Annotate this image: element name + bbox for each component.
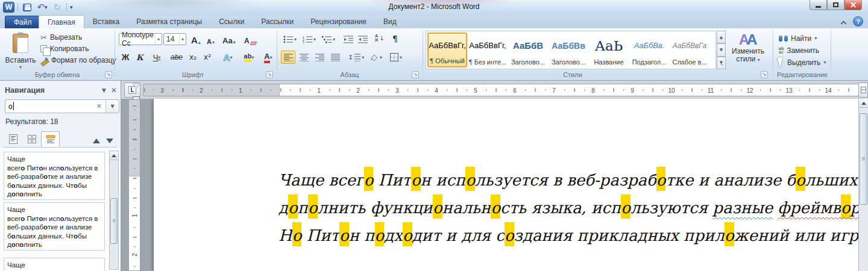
sort-button[interactable]: АЯ ↓ <box>373 31 386 45</box>
font-dialog-launcher[interactable]: ↘ <box>266 71 273 78</box>
font-name-combo[interactable]: Monotype Cc ▾ <box>119 33 162 45</box>
shading-button[interactable]: ▾ <box>368 51 384 64</box>
style-name: ¶ Обычный <box>430 57 465 64</box>
underline-button[interactable]: Ч▾ <box>148 51 166 64</box>
justify-button[interactable] <box>328 51 342 64</box>
search-result-card-2[interactable]: Чаще всего Питон используется в веб-разр… <box>4 258 105 271</box>
bold-button[interactable]: Ж <box>119 51 132 64</box>
decrease-indent-button[interactable] <box>342 33 355 46</box>
change-case-button[interactable]: Аа▾ <box>221 33 237 45</box>
styles-more-button[interactable]: ▼̲ <box>717 57 726 69</box>
italic-button[interactable]: К <box>133 51 146 64</box>
scrollbar-thumb[interactable] <box>860 113 867 205</box>
superscript-label: x² <box>204 53 211 61</box>
group-separator <box>277 31 277 78</box>
copy-button[interactable]: Копировать <box>39 43 91 54</box>
style-chip-no-spacing[interactable]: АаБбВвГг, ¶ Без инте... <box>468 33 508 67</box>
styles-dialog-launcher[interactable]: ↘ <box>761 71 768 78</box>
search-box[interactable]: о ✕ ▼ <box>5 99 119 113</box>
select-button[interactable]: Выделить ▾ <box>779 57 826 68</box>
show-paragraph-marks-button[interactable]: ¶ <box>391 32 400 45</box>
increase-indent-button[interactable] <box>356 33 370 46</box>
line-spacing-button[interactable]: ↕ ▾ <box>346 51 366 64</box>
subscript-button[interactable]: x₂ <box>186 51 200 64</box>
styles-scroll-up[interactable]: ▲ <box>717 31 726 43</box>
clear-formatting-button[interactable]: А <box>242 33 258 45</box>
numbering-button[interactable]: 123 ▾ <box>301 33 318 46</box>
multilevel-list-button[interactable]: ▾ <box>320 33 337 46</box>
first-line-indent-marker[interactable] <box>133 84 140 88</box>
ribbon-tab-2[interactable]: Разметка страницы <box>128 15 210 28</box>
ribbon-tab-6[interactable]: Вид <box>375 15 405 28</box>
replace-button[interactable]: abac Заменить <box>779 45 819 56</box>
document-line-1[interactable]: дополнить функциональность языка, исполь… <box>278 194 858 222</box>
ribbon-tab-1[interactable]: Вставка <box>84 15 128 28</box>
previous-result-button[interactable] <box>93 139 100 143</box>
ribbon-tab-3[interactable]: Ссылки <box>210 15 253 28</box>
clipboard-dialog-launcher[interactable]: ↘ <box>105 71 112 78</box>
style-chip-normal[interactable]: АаБбВвГг, ¶ Обычный <box>427 33 467 67</box>
align-left-button[interactable] <box>281 51 295 64</box>
style-chip-heading1[interactable]: АаБбВ Заголово... <box>508 33 548 67</box>
align-right-button[interactable] <box>312 51 327 64</box>
font-size-combo[interactable]: 14 ▾ <box>163 33 186 45</box>
horizontal-ruler[interactable]: 321123456789101112131415 <box>143 84 868 96</box>
change-styles-button[interactable]: AA Изменить стили ▾ <box>728 31 768 75</box>
style-chip-subtitle[interactable]: АаБбВв. Подзагол... <box>629 33 669 67</box>
borders-button[interactable]: ▾ <box>388 51 404 64</box>
strikethrough-button[interactable]: abe <box>168 51 185 64</box>
paste-button[interactable]: Вставить ▾ <box>6 31 35 76</box>
collapse-ribbon-button[interactable] <box>839 17 848 26</box>
shrink-font-button[interactable]: А▾ <box>205 33 216 45</box>
search-input[interactable]: о <box>5 102 14 111</box>
superscript-button[interactable]: x² <box>201 51 214 64</box>
styles-scroll-down[interactable]: ▼ <box>717 43 726 56</box>
search-result-card-1[interactable]: Чаще всего Питон используется в веб-разр… <box>4 202 105 251</box>
results-scrollbar[interactable] <box>109 151 119 270</box>
document-scrollbar[interactable] <box>858 99 868 271</box>
ribbon-tab-5[interactable]: Рецензирование <box>302 15 375 28</box>
bullets-button[interactable]: ▾ <box>281 33 298 46</box>
tab-file[interactable]: Файл <box>5 16 41 28</box>
document-text[interactable]: Чаще всего Питон используется в веб-разр… <box>278 166 858 249</box>
paragraph-dialog-launcher[interactable]: ↘ <box>412 71 419 78</box>
highlight-color-button[interactable]: ab▾ <box>239 51 259 64</box>
tab-browse-headings[interactable] <box>4 131 22 147</box>
document-line-0[interactable]: Чаще всего Питон используется в веб-разр… <box>278 166 858 194</box>
view-ruler-toggle-button[interactable] <box>858 83 868 98</box>
pane-options-chevron-icon[interactable]: ▼ <box>102 87 106 93</box>
style-chip-subtle-emphasis[interactable]: АаБбВвГа Слабое в... <box>670 33 709 67</box>
style-chip-heading2[interactable]: АаБбВв Заголово... <box>549 33 588 67</box>
style-chip-title[interactable]: АаЬ Название <box>589 33 629 67</box>
ribbon-tab-0[interactable]: Главная <box>39 15 84 28</box>
text-effects-button[interactable]: А▾ <box>219 51 237 64</box>
help-button[interactable]: ? <box>853 16 863 26</box>
minimize-button[interactable] <box>810 0 827 10</box>
tab-browse-results[interactable] <box>41 131 60 147</box>
close-pane-icon[interactable]: ✕ <box>111 86 117 95</box>
ribbon-tab-4[interactable]: Рассылки <box>253 15 302 28</box>
scrollbar-thumb[interactable] <box>110 198 118 244</box>
chevron-down-icon: ▾ <box>155 34 162 45</box>
close-button[interactable] <box>844 0 862 10</box>
search-result-card-0[interactable]: Чаще всего Питон используется в веб-разр… <box>4 152 105 200</box>
format-painter-button[interactable]: Формат по образцу <box>39 55 118 66</box>
cut-button[interactable]: ✂ Вырезать <box>39 32 84 43</box>
vertical-ruler[interactable]: 12 <box>128 99 140 271</box>
restore-button[interactable] <box>827 0 844 10</box>
scroll-up-button[interactable] <box>110 151 118 160</box>
search-options-dropdown[interactable]: ▼ <box>105 100 119 113</box>
chevron-down-icon: ▾ <box>270 55 272 60</box>
document-line-2[interactable]: Но Питон подходит и для создания приклад… <box>278 222 858 249</box>
scroll-up-button[interactable] <box>859 99 868 108</box>
next-result-button[interactable] <box>106 139 113 143</box>
clear-search-icon[interactable]: ✕ <box>93 102 105 110</box>
align-center-button[interactable] <box>297 51 311 64</box>
find-button[interactable]: Найти ▾ <box>779 33 817 44</box>
font-color-button[interactable]: А▾ <box>260 51 277 64</box>
strikethrough-label: abe <box>171 53 183 61</box>
chevron-up-icon <box>840 20 846 26</box>
document-page[interactable]: Чаще всего Питон используется в веб-разр… <box>154 99 858 271</box>
grow-font-button[interactable]: А▴ <box>189 33 203 45</box>
tab-browse-pages[interactable] <box>22 131 41 147</box>
